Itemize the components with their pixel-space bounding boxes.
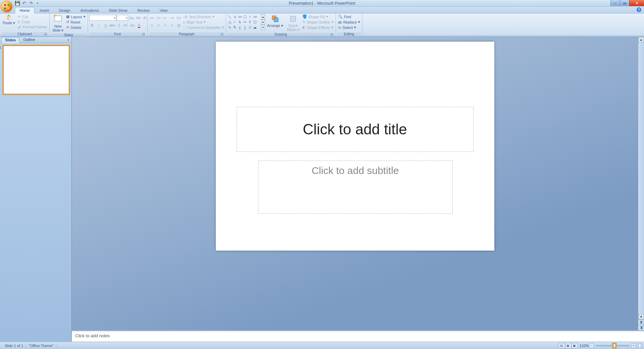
clipboard-launcher-icon[interactable]: ◲ — [44, 33, 47, 36]
change-case-icon[interactable]: Aa — [130, 22, 136, 28]
align-center-icon[interactable]: ≡ — [156, 22, 162, 28]
align-right-icon[interactable]: ≡ — [162, 22, 168, 28]
normal-view-icon[interactable]: ▤ — [559, 343, 565, 348]
title-placeholder[interactable]: Click to add title — [237, 107, 474, 152]
layout-button[interactable]: ▦Layout ▾ — [65, 14, 86, 19]
scroll-track[interactable] — [638, 42, 644, 314]
tab-animations[interactable]: Animations — [76, 7, 104, 13]
paragraph-launcher-icon[interactable]: ◲ — [220, 33, 224, 36]
shape-arrow2-icon[interactable]: ⇨ — [243, 19, 247, 24]
tab-slideshow[interactable]: Slide Show — [104, 7, 133, 13]
gallery-up-icon[interactable]: ▲ — [261, 14, 265, 19]
tab-home[interactable]: Home — [15, 7, 35, 13]
sorter-view-icon[interactable]: ▦ — [565, 343, 571, 348]
shadow-button[interactable]: S — [116, 22, 122, 28]
gallery-down-icon[interactable]: ▼ — [261, 19, 265, 25]
close-button[interactable]: ✕ — [629, 0, 644, 6]
notes-pane[interactable]: Click to add notes — [72, 330, 644, 342]
zoom-slider-thumb[interactable] — [613, 344, 616, 348]
shape-oval-icon[interactable]: ○ — [248, 14, 252, 19]
shape-line-icon[interactable]: ＼ — [228, 14, 232, 19]
panel-tab-slides[interactable]: Slides — [1, 37, 19, 43]
slideshow-view-icon[interactable]: ▣ — [572, 343, 578, 348]
replace-button[interactable]: abReplace ▾ — [337, 19, 361, 25]
find-button[interactable]: 🔍Find — [337, 14, 361, 19]
underline-button[interactable]: U — [103, 22, 109, 28]
quick-styles-button[interactable]: Quick Styles ▾ — [285, 14, 301, 32]
cut-button[interactable]: ✂Cut — [17, 14, 48, 19]
maximize-button[interactable]: ▭ — [620, 0, 629, 6]
qat-redo-icon[interactable]: ↷ — [28, 1, 34, 6]
shape-arrow3-icon[interactable]: ⇧ — [248, 19, 252, 24]
line-spacing-icon[interactable]: ‡≡ — [176, 15, 182, 21]
qat-save-icon[interactable]: 💾 — [15, 1, 20, 6]
shape-free-icon[interactable]: ✎ — [233, 25, 237, 30]
zoom-level[interactable]: 110% — [580, 344, 589, 348]
font-size-combo[interactable] — [117, 15, 128, 21]
columns-icon[interactable]: ▥ — [176, 22, 182, 28]
office-button[interactable] — [1, 1, 13, 13]
font-color-icon[interactable]: A — [136, 22, 142, 28]
gallery-more-icon[interactable]: ▾ — [261, 25, 265, 30]
shape-outline-button[interactable]: ✎Shape Outline ▾ — [302, 19, 334, 25]
scroll-up-icon[interactable]: ▲ — [638, 37, 644, 42]
numbering-icon[interactable]: 1≡ — [156, 15, 162, 21]
shape-effects-button[interactable]: ◐Shape Effects ▾ — [302, 25, 334, 30]
shape-cloud-icon[interactable]: ☁ — [253, 25, 257, 30]
strike-button[interactable]: abc — [109, 22, 115, 28]
justify-icon[interactable]: ≡ — [169, 22, 175, 28]
tab-review[interactable]: Review — [133, 7, 155, 13]
prev-slide-icon[interactable]: ⯭ — [638, 319, 644, 325]
qat-undo-icon[interactable]: ↶ — [21, 1, 27, 6]
help-icon[interactable]: ? — [637, 7, 641, 12]
shape-roundrect-icon[interactable]: ▢ — [243, 14, 247, 19]
increase-indent-icon[interactable]: ⇥ — [169, 15, 175, 21]
new-slide-button[interactable]: New Slide ▾ — [51, 14, 65, 33]
shape-rect2-icon[interactable]: ▭ — [253, 14, 257, 19]
shrink-font-icon[interactable]: A▾ — [136, 15, 142, 21]
qat-customize-icon[interactable]: ▾ — [35, 1, 40, 6]
select-button[interactable]: ▭Select ▾ — [337, 25, 361, 30]
reset-button[interactable]: ↺Reset — [65, 19, 86, 25]
shape-brace-icon[interactable]: { — [238, 25, 242, 30]
tab-insert[interactable]: Insert — [35, 7, 54, 13]
next-slide-icon[interactable]: ⯯ — [638, 325, 644, 330]
drawing-launcher-icon[interactable]: ◲ — [330, 33, 334, 36]
panel-tab-outline[interactable]: Outline — [19, 37, 39, 43]
shapes-gallery[interactable]: ＼ ↘ ▭ ▢ ○ ▭ △ ⌐ ↳ ⇨ ⇧ ⬡ ∿ ✎ { } ☆ — [228, 14, 261, 30]
align-left-icon[interactable]: ≡ — [149, 22, 155, 28]
align-text-button[interactable]: ⫿Align Text ▾ — [183, 19, 225, 25]
delete-button[interactable]: ✕Delete — [65, 25, 86, 30]
font-name-combo[interactable] — [89, 15, 116, 21]
slide-thumbnail[interactable] — [3, 46, 69, 94]
format-painter-button[interactable]: 🖌Format Painter — [17, 25, 48, 29]
zoom-in-button[interactable]: + — [631, 343, 636, 348]
slide-canvas-area[interactable]: Click to add title Click to add subtitle — [72, 37, 638, 330]
convert-smartart-button[interactable]: ⬚Convert to SmartArt ▾ — [183, 25, 225, 30]
minimize-button[interactable]: ─ — [610, 0, 620, 6]
shape-star-icon[interactable]: ☆ — [248, 25, 252, 30]
shape-connector-icon[interactable]: ↳ — [238, 19, 242, 24]
grow-font-icon[interactable]: A▴ — [129, 15, 135, 21]
slide[interactable]: Click to add title Click to add subtitle — [216, 42, 494, 251]
shape-elbow-icon[interactable]: ⌐ — [233, 19, 237, 24]
font-launcher-icon[interactable]: ◲ — [142, 33, 145, 36]
decrease-indent-icon[interactable]: ⇤ — [162, 15, 168, 21]
vertical-scrollbar[interactable]: ▲ ▼ ⯭ ⯯ — [638, 37, 644, 330]
arrange-button[interactable]: Arrange ▾ — [266, 14, 285, 29]
bold-button[interactable]: B — [89, 22, 95, 28]
shape-fill-button[interactable]: 🪣Shape Fill ▾ — [302, 14, 334, 19]
italic-button[interactable]: I — [96, 22, 102, 28]
shape-brace2-icon[interactable]: } — [243, 25, 247, 30]
panel-close-icon[interactable]: × — [67, 38, 69, 42]
tab-view[interactable]: View — [155, 7, 173, 13]
text-direction-button[interactable]: ↕AText Direction ▾ — [183, 14, 225, 19]
copy-button[interactable]: ⎘Copy — [17, 19, 48, 24]
shape-rect-icon[interactable]: ▭ — [238, 14, 242, 19]
zoom-slider[interactable] — [596, 345, 629, 346]
scroll-down-icon[interactable]: ▼ — [638, 314, 644, 319]
paste-button[interactable]: Paste ▾ — [1, 14, 16, 26]
shape-curve-icon[interactable]: ∿ — [228, 25, 232, 30]
shape-triangle-icon[interactable]: △ — [228, 19, 232, 24]
char-spacing-icon[interactable]: AV — [123, 22, 129, 28]
